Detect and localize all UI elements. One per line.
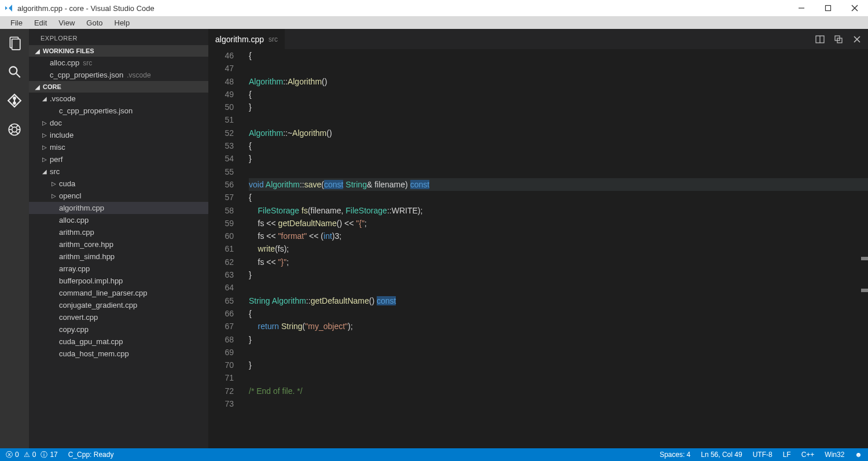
status-errors[interactable]: ⓧ 0 [6, 450, 19, 460]
tree-label: algorithm.cpp [59, 204, 104, 212]
error-count: 0 [15, 451, 19, 459]
editor-area: algorithm.cpp src 4647484950515253545556… [208, 29, 868, 448]
code[interactable]: { Algorithm::Algorithm(){} Algorithm::~A… [249, 49, 868, 448]
overview-mark [861, 289, 868, 292]
status-warnings[interactable]: ⚠ 0 [24, 451, 36, 459]
working-files-label: WORKING FILES [43, 47, 94, 54]
file-name: c_cpp_properties.json [50, 71, 123, 79]
menu-file[interactable]: File [5, 17, 28, 28]
window-controls [788, 0, 868, 16]
tree-file[interactable]: arithm.cpp [29, 226, 208, 238]
tree-folder[interactable]: ▷cuda [29, 178, 208, 190]
chevron-right-icon: ▷ [41, 120, 49, 126]
chevron-right-icon: ▷ [41, 132, 49, 138]
chevron-down-icon: ◢ [41, 168, 49, 175]
tree-label: arithm_core.hpp [59, 240, 113, 249]
tree-label: arithm.cpp [59, 228, 94, 237]
menu-edit[interactable]: Edit [28, 17, 53, 28]
status-info[interactable]: ⓘ 17 [41, 450, 57, 460]
tree-file[interactable]: cuda_gpu_mat.cpp [29, 335, 208, 348]
tree-label: alloc.cpp [59, 216, 89, 224]
maximize-button[interactable] [815, 0, 841, 16]
close-button[interactable] [841, 0, 868, 16]
overview-ruler[interactable] [860, 49, 868, 448]
debug-icon[interactable] [5, 120, 24, 139]
overview-mark [861, 257, 868, 260]
tabs: algorithm.cpp src [208, 29, 868, 49]
working-files-header[interactable]: ◢ WORKING FILES [29, 45, 208, 57]
tree-file[interactable]: conjugate_gradient.cpp [29, 299, 208, 311]
error-icon: ⓧ [6, 450, 13, 460]
tree-label: cuda_host_mem.cpp [59, 349, 129, 358]
activitybar [0, 29, 29, 448]
chevron-right-icon: ▷ [50, 193, 58, 199]
working-files-list: alloc.cppsrcc_cpp_properties.json.vscode [29, 57, 208, 81]
svg-point-6 [9, 67, 17, 74]
tree-label: include [50, 131, 73, 139]
tree-folder[interactable]: ▷perf [29, 153, 208, 165]
file-dir: src [83, 59, 92, 67]
close-editor-icon[interactable] [852, 34, 862, 45]
project-header[interactable]: ◢ CORE [29, 81, 208, 93]
chevron-right-icon: ▷ [50, 180, 58, 187]
tree-file[interactable]: c_cpp_properties.json [29, 105, 208, 117]
tree-label: bufferpool.impl.hpp [59, 276, 123, 285]
main: EXPLORER ◢ WORKING FILES alloc.cppsrcc_c… [0, 29, 868, 448]
tree-file[interactable]: bufferpool.impl.hpp [29, 275, 208, 287]
tree-label: copy.cpp [59, 325, 89, 334]
tree-folder[interactable]: ▷include [29, 129, 208, 141]
tree-file[interactable]: algorithm.cpp [29, 202, 208, 214]
tree-folder[interactable]: ◢.vscode [29, 93, 208, 105]
status-eol[interactable]: LF [783, 451, 791, 459]
explorer-icon[interactable] [5, 34, 24, 52]
chevron-down-icon: ◢ [34, 84, 42, 90]
status-lang[interactable]: C++ [801, 451, 815, 459]
sidebar: EXPLORER ◢ WORKING FILES alloc.cppsrcc_c… [29, 29, 208, 448]
editor[interactable]: 4647484950515253545556575859606162636465… [208, 49, 868, 448]
tab-algorithm[interactable]: algorithm.cpp src [208, 29, 285, 49]
split-editor-icon[interactable] [815, 34, 825, 45]
feedback-icon[interactable]: ☻ [855, 451, 862, 459]
tree-file[interactable]: command_line_parser.cpp [29, 287, 208, 299]
tree-file[interactable]: arithm_core.hpp [29, 238, 208, 250]
search-icon[interactable] [5, 62, 24, 81]
tree-label: c_cpp_properties.json [59, 106, 133, 115]
tree-label: cuda [59, 179, 75, 188]
tree-file[interactable]: array.cpp [29, 263, 208, 275]
tree-file[interactable]: alloc.cpp [29, 214, 208, 226]
chevron-down-icon: ◢ [41, 95, 49, 102]
tree-file[interactable]: convert.cpp [29, 311, 208, 323]
menu-help[interactable]: Help [109, 17, 136, 28]
status-os[interactable]: Win32 [825, 451, 844, 459]
tree-label: src [50, 167, 60, 176]
minimize-button[interactable] [788, 0, 815, 16]
chevron-right-icon: ▷ [41, 156, 49, 163]
vscode-logo-icon [3, 3, 14, 13]
tree-folder[interactable]: ▷misc [29, 141, 208, 153]
tree-file[interactable]: arithm_simd.hpp [29, 250, 208, 263]
gutter: 4647484950515253545556575859606162636465… [208, 49, 249, 448]
menu-goto[interactable]: Goto [80, 17, 108, 28]
tree-file[interactable]: copy.cpp [29, 323, 208, 335]
status-spaces[interactable]: Spaces: 4 [660, 451, 690, 459]
tree-label: command_line_parser.cpp [59, 289, 147, 297]
tree-label: arithm_simd.hpp [59, 252, 115, 261]
window-title: algorithm.cpp - core - Visual Studio Cod… [17, 4, 155, 13]
tree-file[interactable]: cuda_host_mem.cpp [29, 348, 208, 360]
warning-icon: ⚠ [24, 451, 30, 459]
cpp-status[interactable]: C_Cpp: Ready [68, 451, 114, 459]
menu-view[interactable]: View [53, 17, 80, 28]
tab-filename: algorithm.cpp [215, 35, 264, 44]
tree-folder[interactable]: ▷opencl [29, 190, 208, 202]
tree-label: perf [50, 155, 62, 164]
more-icon[interactable] [833, 34, 844, 45]
working-file-item[interactable]: alloc.cppsrc [29, 57, 208, 69]
working-file-item[interactable]: c_cpp_properties.json.vscode [29, 69, 208, 81]
status-encoding[interactable]: UTF-8 [753, 451, 773, 459]
tree-folder[interactable]: ◢src [29, 165, 208, 178]
tree-folder[interactable]: ▷doc [29, 117, 208, 129]
tree-label: .vscode [50, 94, 76, 103]
tab-dir: src [269, 35, 278, 43]
git-icon[interactable] [5, 91, 24, 110]
status-cursor[interactable]: Ln 56, Col 49 [701, 451, 742, 459]
